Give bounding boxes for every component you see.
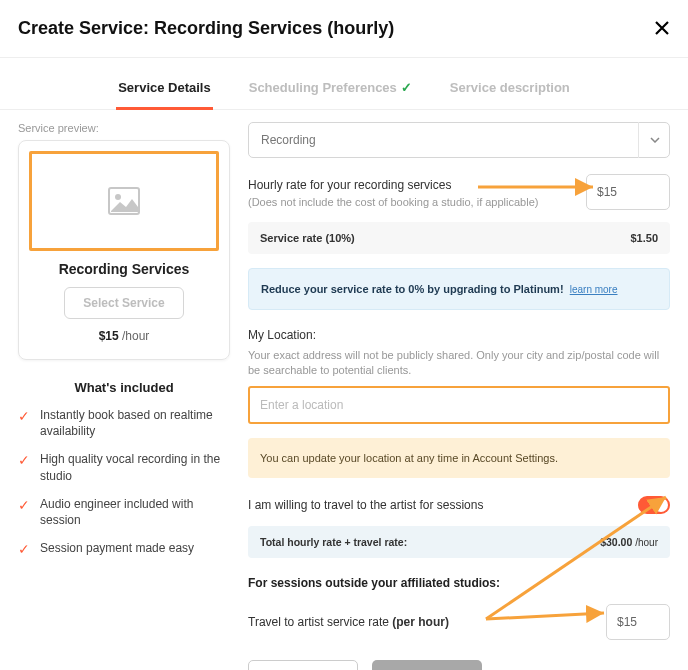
service-preview-card: Recording Services Select Service $15 /h…: [18, 140, 230, 360]
svg-line-4: [486, 613, 604, 619]
travel-toggle[interactable]: [638, 496, 670, 514]
list-item: ✓Session payment made easy: [18, 540, 230, 559]
location-update-banner: You can update your location at any time…: [248, 438, 670, 478]
included-list: ✓Instantly book based on realtime availa…: [18, 407, 230, 559]
svg-line-3: [486, 497, 666, 619]
travel-rate-input[interactable]: [606, 604, 670, 640]
included-header: What's included: [18, 380, 230, 395]
included-text: Session payment made easy: [40, 540, 194, 556]
check-icon: ✓: [18, 540, 30, 559]
check-icon: ✓: [401, 80, 412, 95]
list-item: ✓Audio engineer included with session: [18, 496, 230, 528]
check-icon: ✓: [18, 496, 30, 515]
travel-rate-label: Travel to artist service rate (per hour): [248, 615, 449, 629]
hourly-rate-label: Hourly rate for your recording services: [248, 178, 574, 192]
total-value: $30.00: [600, 536, 632, 548]
learn-more-link[interactable]: learn more: [570, 284, 618, 295]
total-value-wrap: $30.00 /hour: [600, 536, 658, 548]
included-text: Audio engineer included with session: [40, 496, 230, 528]
preview-label: Service preview:: [18, 122, 230, 134]
location-input[interactable]: [248, 386, 670, 424]
location-sublabel: Your exact address will not be publicly …: [248, 348, 670, 378]
tab-service-description[interactable]: Service description: [448, 70, 572, 110]
svg-point-1: [115, 194, 121, 200]
fee-value: $1.50: [630, 232, 658, 244]
preview-card-title: Recording Services: [29, 261, 219, 277]
cancel-button[interactable]: Cancel: [248, 660, 358, 670]
hourly-rate-sublabel: (Does not include the cost of booking a …: [248, 196, 574, 208]
included-text: Instantly book based on realtime availab…: [40, 407, 230, 439]
list-item: ✓High quality vocal recording in the stu…: [18, 451, 230, 483]
travel-toggle-label: I am willing to travel to the artist for…: [248, 498, 483, 512]
tab-service-details[interactable]: Service Details: [116, 70, 213, 110]
close-icon: [654, 20, 670, 36]
tab-scheduling-label: Scheduling Preferences: [249, 80, 397, 95]
check-icon: ✓: [18, 451, 30, 470]
preview-price: $15 /hour: [29, 329, 219, 343]
preview-price-per: /hour: [122, 329, 149, 343]
toggle-knob: [654, 498, 668, 512]
service-fee-box: Service rate (10%) $1.50: [248, 222, 670, 254]
hourly-rate-input[interactable]: [586, 174, 670, 210]
total-label: Total hourly rate + travel rate:: [260, 536, 407, 548]
modal-title: Create Service: Recording Services (hour…: [18, 18, 394, 39]
preview-image-placeholder: [29, 151, 219, 251]
platinum-banner: Reduce your service rate to 0% by upgrad…: [248, 268, 670, 310]
total-rate-box: Total hourly rate + travel rate: $30.00 …: [248, 526, 670, 558]
check-icon: ✓: [18, 407, 30, 426]
save-button[interactable]: Save: [372, 660, 482, 670]
close-button[interactable]: [654, 18, 670, 39]
location-label: My Location:: [248, 328, 670, 342]
platinum-text: Reduce your service rate to 0% by upgrad…: [261, 283, 564, 295]
list-item: ✓Instantly book based on realtime availa…: [18, 407, 230, 439]
tabs: Service Details Scheduling Preferences ✓…: [0, 58, 688, 110]
image-icon: [108, 187, 140, 215]
included-text: High quality vocal recording in the stud…: [40, 451, 230, 483]
outside-studios-header: For sessions outside your affiliated stu…: [248, 576, 670, 590]
select-service-button[interactable]: Select Service: [64, 287, 183, 319]
total-per: /hour: [635, 537, 658, 548]
preview-price-amount: $15: [99, 329, 119, 343]
tab-scheduling-preferences[interactable]: Scheduling Preferences ✓: [247, 70, 414, 110]
recording-type-select[interactable]: [248, 122, 670, 158]
fee-label: Service rate (10%): [260, 232, 355, 244]
